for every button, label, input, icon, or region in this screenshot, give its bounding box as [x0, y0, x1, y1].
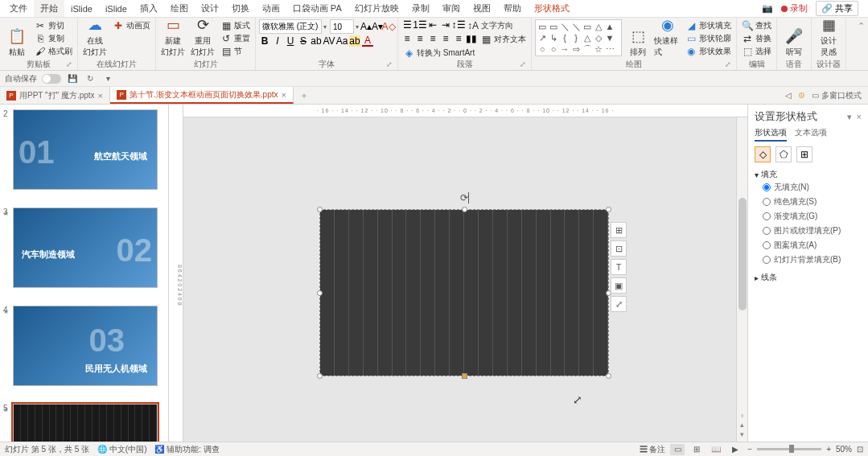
align-right-button[interactable]: ≡: [427, 33, 438, 44]
select-button[interactable]: ⬚选择: [740, 45, 773, 57]
shape-scroll-up-icon[interactable]: ▲: [604, 21, 615, 32]
chevron-down-icon[interactable]: ▾: [354, 23, 360, 31]
float-design-button[interactable]: ⊡: [611, 240, 627, 257]
no-fill-radio[interactable]: 无填充(N): [755, 180, 862, 195]
scrollbar-thumb[interactable]: [738, 198, 747, 310]
close-icon[interactable]: ×: [98, 91, 103, 101]
shape-effects-button[interactable]: ◉形状效果: [684, 45, 733, 57]
tab-pocket[interactable]: 口袋动画 PA: [286, 0, 348, 17]
shapes-gallery[interactable]: ▭▭＼＼▭△▲ ↗↳{}△◇▼ ○○→⇨⌒☆⋯: [535, 19, 622, 56]
bullets-button[interactable]: ☰: [401, 19, 413, 31]
shape-connector-icon[interactable]: ↳: [548, 32, 559, 43]
resize-handle-ml[interactable]: [317, 290, 323, 296]
close-icon[interactable]: ×: [282, 90, 286, 100]
shape-oval-icon[interactable]: ○: [537, 43, 548, 55]
shape-triangle-icon[interactable]: △: [593, 21, 604, 32]
shape-rect-icon[interactable]: ▭: [537, 21, 548, 32]
resize-handle-br[interactable]: [606, 373, 611, 379]
more-qat-button[interactable]: ▾: [101, 72, 114, 85]
accessibility-button[interactable]: ♿ 辅助功能: 调查: [154, 444, 219, 455]
online-slide-button[interactable]: ☁在线 幻灯片: [81, 19, 109, 58]
collapse-ribbon-button[interactable]: ⌃: [854, 18, 868, 70]
camera-icon[interactable]: 📷: [762, 3, 773, 14]
repeat-button[interactable]: ↻: [84, 72, 97, 85]
copy-button[interactable]: ⎘复制: [33, 32, 74, 44]
numbering-button[interactable]: 1☰: [414, 19, 426, 31]
tab-design[interactable]: 设计: [195, 0, 225, 17]
float-text-button[interactable]: T: [611, 259, 627, 275]
line-spacing-button[interactable]: ↕☰: [453, 19, 464, 31]
align-center-button[interactable]: ≡: [414, 33, 426, 44]
shape-arrow-icon[interactable]: ↗: [537, 32, 548, 43]
italic-button[interactable]: I: [272, 35, 283, 47]
slide-bg-fill-radio[interactable]: 幻灯片背景填充(B): [755, 253, 862, 267]
highlight-button[interactable]: ab: [349, 35, 360, 47]
fill-line-tab-icon[interactable]: ◇: [755, 146, 771, 162]
effects-tab-icon[interactable]: ⬠: [775, 146, 792, 162]
float-layout-button[interactable]: ⊞: [611, 222, 627, 238]
gear-icon[interactable]: ⚙: [798, 91, 805, 100]
quick-styles-button[interactable]: ◉快速样式: [654, 19, 681, 58]
rotate-handle[interactable]: ⟳: [460, 192, 469, 203]
next-slide-icon[interactable]: ▾: [740, 430, 744, 438]
distribute-button[interactable]: ≡: [453, 33, 464, 44]
dictate-button[interactable]: 🎤听写: [780, 19, 808, 58]
underline-button[interactable]: U: [285, 35, 296, 47]
reset-button[interactable]: ↺重置: [219, 32, 252, 44]
size-tab-icon[interactable]: ⊞: [796, 146, 812, 162]
tab-slideshow[interactable]: 幻灯片放映: [348, 0, 405, 17]
fit-window-button[interactable]: ⊡: [857, 445, 863, 454]
align-text-button[interactable]: ▦对齐文本: [479, 33, 528, 45]
paragraph-launcher[interactable]: ⤢: [520, 60, 526, 68]
tab-animation[interactable]: 动画: [256, 0, 286, 17]
sorter-view-button[interactable]: ⊞: [689, 444, 704, 455]
shape-triangle2-icon[interactable]: △: [582, 32, 593, 43]
font-launcher[interactable]: ⤢: [386, 60, 393, 68]
add-tab-button[interactable]: ＋: [294, 87, 315, 104]
doc-tab-1[interactable]: P用PPT "打" 魔方.pptx×: [0, 87, 110, 104]
tab-home[interactable]: 开始: [34, 0, 64, 17]
zoom-slider[interactable]: [757, 448, 821, 450]
share-button[interactable]: 🔗 共享: [816, 1, 858, 16]
shape-arrow2-icon[interactable]: →: [559, 43, 570, 55]
text-direction-button[interactable]: ↕A文字方向: [466, 19, 515, 31]
section-button[interactable]: ▤节: [219, 45, 252, 57]
zoom-out-button[interactable]: −: [747, 445, 752, 454]
format-painter-button[interactable]: 🖌格式刷: [33, 45, 74, 57]
tab-file[interactable]: 文件: [3, 0, 34, 17]
multi-window-button[interactable]: ▭ 多窗口模式: [812, 90, 862, 101]
record-button[interactable]: 录制: [781, 2, 808, 14]
indent-inc-button[interactable]: ⇥: [440, 19, 451, 31]
selected-shape[interactable]: ⟳: [320, 210, 608, 376]
thumb-slide-3[interactable]: 汽车制造领域 02: [13, 207, 158, 288]
smartart-button[interactable]: ◈转换为 SmartArt: [401, 47, 476, 59]
tab-islide2[interactable]: iSlide: [99, 2, 134, 16]
scroll-up-icon[interactable]: ⬨: [740, 411, 744, 419]
strike-button[interactable]: S: [298, 35, 309, 47]
spacing-button[interactable]: AV: [323, 35, 335, 47]
cut-button[interactable]: ✂剪切: [33, 19, 74, 31]
thumb-slide-2[interactable]: 01 航空航天领域: [13, 109, 158, 190]
resize-handle-tm[interactable]: [462, 207, 467, 212]
shape-arc-icon[interactable]: ⌒: [582, 43, 593, 55]
new-slide-button[interactable]: ▭新建 幻灯片: [159, 19, 187, 58]
line-section-header[interactable]: ▸ 线条: [755, 272, 862, 283]
zoom-in-button[interactable]: +: [826, 445, 831, 454]
align-left-button[interactable]: ≡: [401, 33, 413, 44]
bold-button[interactable]: B: [259, 35, 270, 47]
arrange-button[interactable]: ⬚排列: [624, 19, 652, 58]
shape-rect3-icon[interactable]: ▭: [582, 21, 593, 32]
pane-tab-text[interactable]: 文本选项: [795, 127, 827, 142]
tab-review[interactable]: 审阅: [436, 0, 467, 17]
font-color-button[interactable]: A: [362, 35, 373, 47]
font-name-combo[interactable]: 微软雅黑 (正文): [259, 19, 322, 34]
pattern-fill-radio[interactable]: 图案填充(A): [755, 238, 862, 253]
prev-slide-icon[interactable]: ▴: [740, 421, 744, 429]
shape-diamond-icon[interactable]: ◇: [593, 32, 604, 43]
tab-shape-format[interactable]: 形状格式: [528, 0, 576, 17]
clear-format-button[interactable]: A◇: [383, 21, 394, 32]
thumb-slide-5[interactable]: [13, 404, 158, 442]
shape-more-icon[interactable]: ⋯: [604, 43, 615, 55]
shape-line2-icon[interactable]: ＼: [570, 21, 582, 32]
shadow-button[interactable]: ab: [311, 35, 322, 47]
